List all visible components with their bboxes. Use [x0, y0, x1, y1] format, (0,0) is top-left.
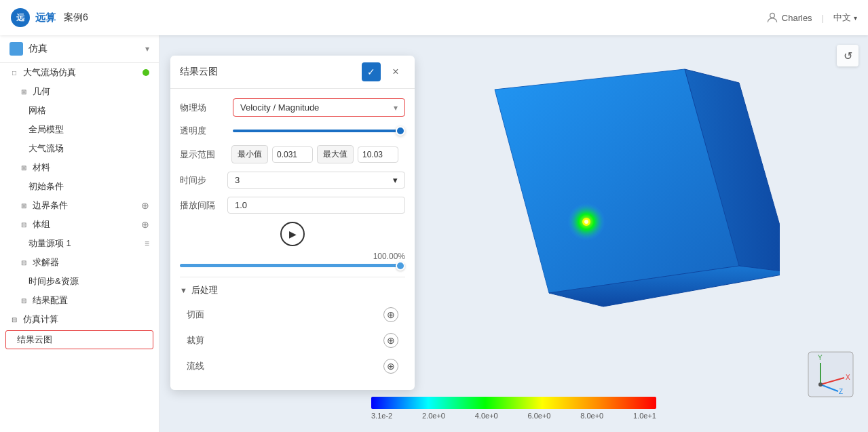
svg-point-6: [584, 220, 588, 224]
panel-actions: ✓ ×: [362, 62, 405, 81]
max-label-tag: 最大值: [317, 145, 354, 163]
post-section-header: ▼ 后处理: [180, 284, 405, 296]
undo-button[interactable]: ↺: [837, 45, 858, 66]
sidebar-item-label: 时间步&资源: [19, 275, 149, 288]
display-range-row: 显示范围 最小值 最大值: [180, 145, 405, 163]
play-row: ▶: [180, 222, 405, 246]
post-item-label: 裁剪: [187, 334, 204, 347]
colorbar-label-1: 2.0e+0: [422, 412, 445, 420]
interval-value[interactable]: 1.0: [227, 197, 405, 214]
sidebar-item-label: 大气流场: [29, 142, 149, 155]
add-cut-plane-button[interactable]: ⊕: [383, 307, 398, 322]
sidebar-item-label: 网格: [29, 104, 149, 117]
post-section-title: 后处理: [191, 284, 218, 296]
progress-percent: 100.00%: [180, 252, 405, 261]
sidebar-item-timestep[interactable]: 时间步&资源: [0, 272, 159, 291]
add-streamline-button[interactable]: ⊕: [383, 359, 398, 374]
sidebar-header: 仿真 ▾: [0, 35, 159, 63]
sidebar-item-label: 材料: [33, 161, 149, 174]
user-avatar-icon: [766, 11, 779, 24]
floating-panel: 结果云图 ✓ × 物理场 Veloc: [170, 56, 415, 390]
expand-icon: □: [10, 68, 19, 77]
sidebar-item-boundary-conditions[interactable]: ⊞ 边界条件 ⊕: [0, 196, 159, 215]
menu-icon[interactable]: ≡: [145, 239, 149, 248]
range-label: 显示范围: [180, 149, 227, 161]
play-button[interactable]: ▶: [280, 222, 305, 246]
sidebar-item-body-group[interactable]: ⊟ 体组 ⊕: [0, 215, 159, 234]
colorbar: 3.1e-2 2.0e+0 4.0e+0 6.0e+0 8.0e+0 1.0e+…: [371, 397, 656, 420]
post-item-streamline: 流线 ⊕: [180, 355, 405, 378]
axis-indicator: X Y Z: [807, 351, 848, 391]
post-item-crop: 裁剪 ⊕: [180, 329, 405, 352]
sidebar-item-materials[interactable]: ⊞ 材料: [0, 158, 159, 177]
max-value-input[interactable]: [358, 146, 398, 163]
max-label: 最大值: [323, 149, 347, 160]
post-item-label: 切面: [187, 309, 204, 321]
axis-svg: X Y Z: [807, 351, 854, 398]
sidebar-item-result-cloud[interactable]: 结果云图: [5, 330, 153, 349]
slider-fill: [233, 130, 405, 132]
header-divider: |: [822, 13, 824, 23]
sidebar-item-init-conditions[interactable]: 初始条件: [0, 177, 159, 196]
chevron-down-icon: ▾: [854, 14, 857, 22]
colorbar-label-5: 1.0e+1: [633, 412, 656, 420]
sidebar-item-label: 仿真计算: [23, 313, 149, 326]
transparency-row: 透明度: [180, 125, 405, 137]
play-icon: ▶: [289, 229, 297, 239]
3d-shape-svg: [454, 62, 780, 374]
colorbar-label-4: 8.0e+0: [580, 412, 603, 420]
colorbar-label-2: 4.0e+0: [475, 412, 498, 420]
min-value-input[interactable]: [272, 146, 313, 163]
transparency-slider[interactable]: [233, 130, 405, 132]
panel-header: 结果云图 ✓ ×: [170, 56, 415, 89]
simulation-icon: [10, 42, 23, 56]
timestep-label: 时间步: [180, 174, 227, 186]
progress-thumb[interactable]: [396, 261, 405, 271]
sidebar-item-result-config[interactable]: ⊟ 结果配置: [0, 291, 159, 310]
confirm-button[interactable]: ✓: [362, 62, 381, 81]
sidebar-item-sim-compute[interactable]: ⊟ 仿真计算: [0, 310, 159, 329]
language-selector[interactable]: 中文 ▾: [833, 12, 857, 24]
timestep-value: 3: [235, 175, 240, 185]
timestep-select[interactable]: 3 ▾: [227, 172, 405, 189]
sidebar-item-geometry[interactable]: ⊞ 几何: [0, 82, 159, 101]
add-icon[interactable]: ⊕: [141, 200, 149, 211]
expand-icon: ⊞: [19, 201, 29, 210]
sidebar-item-atm-field[interactable]: 大气流场: [0, 139, 159, 158]
user-info[interactable]: Charles: [766, 11, 812, 24]
min-label-tag: 最小值: [231, 145, 268, 163]
sidebar-item-label: 体组: [33, 218, 137, 231]
sidebar-item-grid[interactable]: 网格: [0, 101, 159, 120]
colorbar-labels: 3.1e-2 2.0e+0 4.0e+0 6.0e+0 8.0e+0 1.0e+…: [371, 412, 656, 420]
expand-icon: ⊟: [19, 258, 29, 267]
app-logo: 远 远算: [11, 8, 56, 27]
transparency-label: 透明度: [180, 125, 227, 137]
colorbar-label-0: 3.1e-2: [371, 412, 392, 420]
viewport: ↺: [159, 35, 868, 432]
close-button[interactable]: ×: [386, 62, 405, 81]
physics-field-select[interactable]: Velocity / Magnitude ▾: [233, 98, 405, 117]
progress-fill: [180, 264, 405, 267]
add-crop-button[interactable]: ⊕: [383, 333, 398, 348]
post-toggle-icon[interactable]: ▼: [180, 286, 187, 294]
plus-icon: ⊕: [387, 361, 395, 372]
sidebar-item-atm-sim[interactable]: □ 大气流场仿真: [0, 63, 159, 82]
chevron-down-icon: ▾: [393, 175, 398, 185]
app-title: 远算: [35, 12, 56, 24]
main-layout: 仿真 ▾ □ 大气流场仿真 ⊞ 几何 网格 全局模型 大气流场 ⊞ 材料 初: [0, 35, 868, 432]
sidebar-item-momentum-source[interactable]: 动量源项 1 ≡: [0, 234, 159, 253]
svg-point-14: [818, 382, 823, 387]
add-icon[interactable]: ⊕: [141, 219, 149, 230]
sidebar-item-label: 结果云图: [12, 334, 147, 346]
sidebar-item-solver[interactable]: ⊟ 求解器: [0, 253, 159, 272]
post-item-cut-plane: 切面 ⊕: [180, 303, 405, 326]
sidebar-item-label: 结果配置: [33, 294, 149, 307]
min-label: 最小值: [238, 149, 262, 160]
sidebar-item-global-model[interactable]: 全局模型: [0, 120, 159, 139]
svg-text:Z: Z: [839, 388, 843, 395]
sidebar-collapse-icon[interactable]: ▾: [145, 44, 149, 54]
logo-icon: 远: [11, 8, 30, 27]
expand-icon: ⊟: [19, 220, 29, 229]
timestep-row: 时间步 3 ▾: [180, 172, 405, 189]
slider-thumb[interactable]: [396, 126, 405, 136]
